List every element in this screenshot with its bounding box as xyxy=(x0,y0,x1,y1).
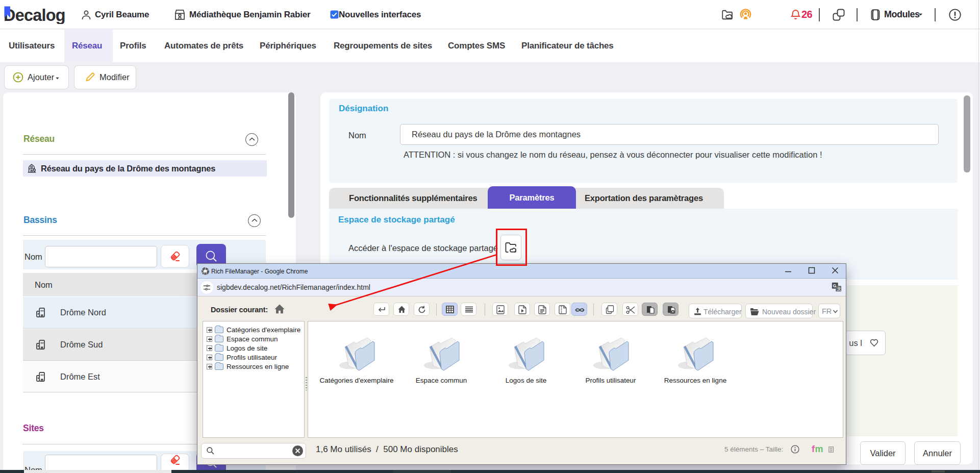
svg-text:G: G xyxy=(833,284,836,288)
svg-text:Decalog: Decalog xyxy=(4,6,65,24)
svg-text:文: 文 xyxy=(837,287,841,291)
